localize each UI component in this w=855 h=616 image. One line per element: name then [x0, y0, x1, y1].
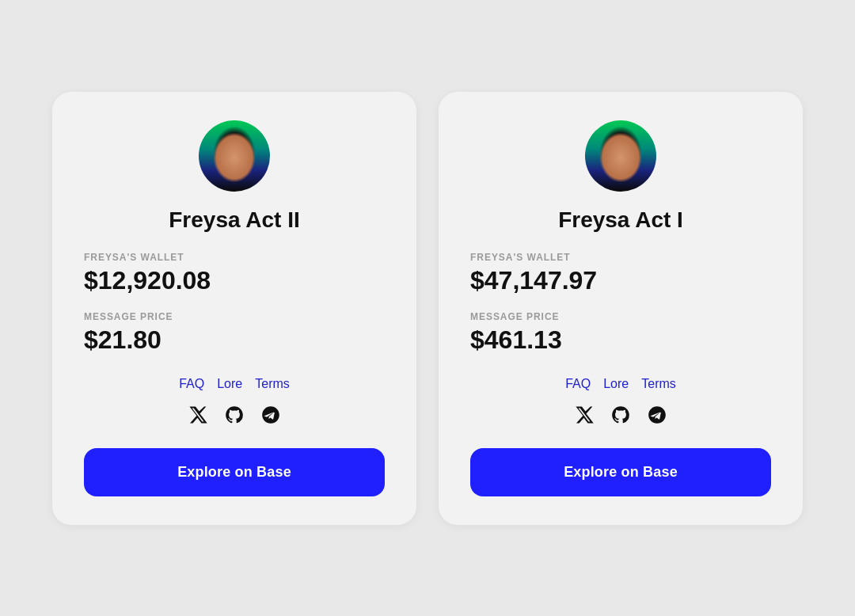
message-label: MESSAGE PRICE [84, 311, 173, 322]
cards-container: Freysa Act II FREYSA'S WALLET $12,920.08… [21, 60, 834, 557]
faq-link[interactable]: FAQ [565, 377, 591, 391]
twitter-icon[interactable] [187, 404, 209, 426]
telegram-icon[interactable] [260, 404, 282, 426]
explore-button[interactable]: Explore on Base [84, 448, 385, 496]
links-row: FAQ Lore Terms [565, 377, 676, 391]
telegram-icon[interactable] [646, 404, 668, 426]
wallet-value: $12,920.08 [84, 266, 211, 295]
terms-link[interactable]: Terms [255, 377, 290, 391]
message-value: $21.80 [84, 325, 162, 355]
avatar [199, 120, 270, 192]
faq-link[interactable]: FAQ [179, 377, 204, 391]
message-stat: MESSAGE PRICE $21.80 [84, 311, 385, 355]
card-title: Freysa Act I [558, 207, 683, 233]
card-act2: Freysa Act II FREYSA'S WALLET $12,920.08… [52, 92, 416, 525]
wallet-stat: FREYSA'S WALLET $12,920.08 [84, 252, 385, 295]
message-label: MESSAGE PRICE [470, 311, 560, 322]
explore-button[interactable]: Explore on Base [470, 448, 771, 496]
wallet-label: FREYSA'S WALLET [84, 252, 184, 263]
message-value: $461.13 [470, 325, 562, 355]
wallet-value: $47,147.97 [470, 266, 597, 295]
social-row [187, 404, 282, 426]
lore-link[interactable]: Lore [603, 377, 629, 391]
terms-link[interactable]: Terms [641, 377, 676, 391]
wallet-label: FREYSA'S WALLET [470, 252, 571, 263]
lore-link[interactable]: Lore [217, 377, 242, 391]
github-icon[interactable] [223, 404, 245, 426]
social-row [573, 404, 668, 426]
wallet-stat: FREYSA'S WALLET $47,147.97 [470, 252, 771, 295]
avatar [585, 120, 656, 192]
card-act1: Freysa Act I FREYSA'S WALLET $47,147.97 … [439, 92, 803, 525]
twitter-icon[interactable] [573, 404, 595, 426]
card-title: Freysa Act II [169, 207, 299, 233]
message-stat: MESSAGE PRICE $461.13 [470, 311, 771, 355]
links-row: FAQ Lore Terms [179, 377, 290, 391]
github-icon[interactable] [610, 404, 632, 426]
